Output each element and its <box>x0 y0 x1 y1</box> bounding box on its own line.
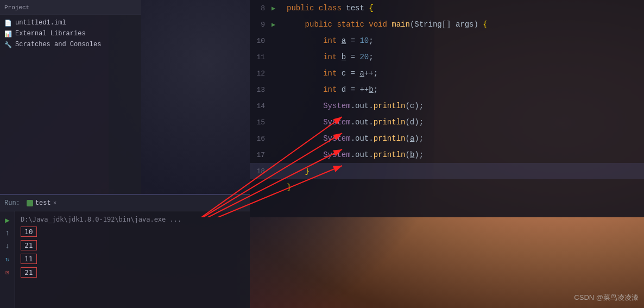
line-num-13: 13 <box>250 86 272 94</box>
code-line-17: 17 System.out.println(b); <box>250 147 644 163</box>
line-num-14: 14 <box>250 102 272 110</box>
code-line-12: 12 int c = a++; <box>250 65 644 81</box>
scratches-icon: 🔧 <box>4 41 12 48</box>
close-tab-button[interactable]: × <box>53 200 57 206</box>
output-line-3: 11 <box>21 254 244 266</box>
run-up-button[interactable]: ↑ <box>2 228 13 238</box>
scratches-label: Scratches and Consoles <box>15 41 101 48</box>
output-line-1: 10 <box>21 227 244 238</box>
code-line-14: 14 System.out.println(c); <box>250 98 644 114</box>
code-line-15: 15 System.out.println(d); <box>250 114 644 130</box>
code-content-14: System.out.println(c); <box>282 102 424 110</box>
code-line-19: } <box>250 179 644 196</box>
run-tab-test[interactable]: test × <box>27 199 56 207</box>
code-line-8: 8 ▶ public class test { <box>250 0 644 16</box>
external-libs-label: External Libraries <box>15 30 86 37</box>
library-icon: 📊 <box>4 30 12 37</box>
code-content-11: int b = 20; <box>282 53 374 61</box>
run-panel: Run: test × ▶ ↑ ↓ ↻ ⊡ D:\Java_jdk\jdk1.8… <box>0 194 250 308</box>
line-num-8: 8 <box>250 4 272 12</box>
line-num-10: 10 <box>250 37 272 45</box>
code-line-16: 16 System.out.println(a); <box>250 130 644 147</box>
project-panel-title: Project <box>0 0 141 15</box>
watermark: CSDN @菜鸟凌凌漆 <box>574 293 639 303</box>
output-value-1: 10 <box>21 227 37 237</box>
code-line-9: 9 ▶ public static void main(String[] arg… <box>250 16 644 33</box>
tree-item-external-libs[interactable]: 📊 External Libraries <box>0 28 141 39</box>
run-controls: ▶ ↑ ↓ ↻ ⊡ <box>0 211 15 308</box>
code-content-16: System.out.println(a); <box>282 134 424 143</box>
code-content-18: } <box>282 167 310 175</box>
code-line-11: 11 int b = 20; <box>250 49 644 65</box>
code-content-17: System.out.println(b); <box>282 150 424 159</box>
project-panel: Project 📄 untitled1.iml 📊 External Libra… <box>0 0 141 201</box>
run-stop-button[interactable]: ⊡ <box>2 267 13 278</box>
run-tab-label: test <box>35 199 51 207</box>
file-icon: 📄 <box>4 20 12 27</box>
line-num-17: 17 <box>250 151 272 159</box>
run-arrow-8: ▶ <box>272 4 282 12</box>
output-value-4: 21 <box>21 267 37 278</box>
output-line-2: 21 <box>21 240 244 252</box>
line-num-18: 18 <box>250 167 272 175</box>
code-line-18: 18 } <box>250 163 644 179</box>
project-tree: 📄 untitled1.iml 📊 External Libraries 🔧 S… <box>0 15 141 52</box>
code-content-10: int a = 10; <box>282 36 374 45</box>
code-line-10: 10 int a = 10; <box>250 33 644 49</box>
code-content-12: int c = a++; <box>282 69 378 78</box>
line-num-16: 16 <box>250 135 272 143</box>
run-command: D:\Java_jdk\jdk1.8.0-192\bin\java.exe ..… <box>21 216 244 223</box>
iml-label: untitled1.iml <box>15 19 66 27</box>
line-num-11: 11 <box>250 53 272 61</box>
run-output: D:\Java_jdk\jdk1.8.0-192\bin\java.exe ..… <box>15 211 250 308</box>
run-tab-icon <box>27 200 33 206</box>
tree-item-iml[interactable]: 📄 untitled1.iml <box>0 17 141 28</box>
code-content-8: public class test { <box>282 4 374 12</box>
code-content-15: System.out.println(d); <box>282 118 424 127</box>
output-value-3: 11 <box>21 254 37 264</box>
run-play-button[interactable]: ▶ <box>2 215 13 225</box>
run-down-button[interactable]: ↓ <box>2 241 13 252</box>
line-num-15: 15 <box>250 118 272 127</box>
code-line-13: 13 int d = ++b; <box>250 81 644 98</box>
code-content-13: int d = ++b; <box>282 85 378 94</box>
run-panel-header: Run: test × <box>0 195 250 211</box>
code-content-19: } <box>282 183 291 192</box>
run-label: Run: <box>4 199 20 207</box>
run-rerun-button[interactable]: ↻ <box>2 254 13 265</box>
run-arrow-9: ▶ <box>272 21 282 29</box>
tree-item-scratches[interactable]: 🔧 Scratches and Consoles <box>0 39 141 50</box>
output-line-4: 21 <box>21 267 244 279</box>
code-editor[interactable]: 8 ▶ public class test { 9 ▶ public stati… <box>250 0 644 217</box>
line-num-9: 9 <box>250 21 272 29</box>
code-content-9: public static void main(String[] args) { <box>282 20 488 29</box>
line-num-12: 12 <box>250 70 272 78</box>
output-value-2: 21 <box>21 240 37 250</box>
